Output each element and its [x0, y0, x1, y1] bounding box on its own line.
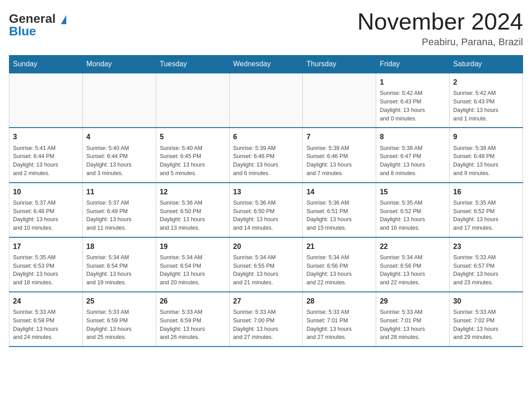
- day-header-thursday: Thursday: [303, 56, 376, 73]
- day-info: Sunrise: 5:33 AMSunset: 6:58 PMDaylight:…: [13, 308, 79, 342]
- calendar-cell: 9Sunrise: 5:38 AMSunset: 6:48 PMDaylight…: [450, 128, 523, 182]
- day-number: 28: [306, 296, 372, 306]
- day-info: Sunrise: 5:33 AMSunset: 6:59 PMDaylight:…: [86, 308, 152, 342]
- calendar-cell: 30Sunrise: 5:33 AMSunset: 7:02 PMDayligh…: [450, 292, 523, 347]
- calendar-cell: [9, 73, 83, 128]
- day-info: Sunrise: 5:35 AMSunset: 6:52 PMDaylight:…: [453, 199, 519, 232]
- day-info: Sunrise: 5:33 AMSunset: 7:00 PMDaylight:…: [233, 308, 299, 342]
- week-row-5: 24Sunrise: 5:33 AMSunset: 6:58 PMDayligh…: [9, 292, 523, 347]
- logo-general-text: General: [9, 13, 66, 25]
- calendar-cell: 28Sunrise: 5:33 AMSunset: 7:01 PMDayligh…: [303, 292, 376, 347]
- calendar-cell: 25Sunrise: 5:33 AMSunset: 6:59 PMDayligh…: [82, 292, 156, 347]
- calendar-cell: 27Sunrise: 5:33 AMSunset: 7:00 PMDayligh…: [229, 292, 303, 347]
- day-number: 5: [160, 132, 226, 142]
- title-area: November 2024 Peabiru, Parana, Brazil: [357, 9, 523, 48]
- day-number: 21: [306, 241, 372, 252]
- day-header-wednesday: Wednesday: [229, 56, 303, 73]
- day-info: Sunrise: 5:40 AMSunset: 6:45 PMDaylight:…: [160, 144, 226, 178]
- day-info: Sunrise: 5:33 AMSunset: 6:57 PMDaylight:…: [453, 253, 519, 287]
- day-header-saturday: Saturday: [450, 56, 523, 73]
- day-info: Sunrise: 5:38 AMSunset: 6:48 PMDaylight:…: [453, 144, 519, 178]
- calendar-cell: 20Sunrise: 5:34 AMSunset: 6:55 PMDayligh…: [229, 237, 303, 292]
- calendar-cell: 3Sunrise: 5:41 AMSunset: 6:44 PMDaylight…: [9, 128, 83, 182]
- day-info: Sunrise: 5:34 AMSunset: 6:54 PMDaylight:…: [160, 253, 226, 287]
- calendar-cell: 29Sunrise: 5:33 AMSunset: 7:01 PMDayligh…: [376, 292, 450, 347]
- day-number: 2: [453, 77, 519, 87]
- calendar-cell: 4Sunrise: 5:40 AMSunset: 6:44 PMDaylight…: [82, 128, 156, 182]
- day-number: 10: [13, 187, 79, 197]
- day-number: 3: [13, 132, 79, 142]
- calendar-table: SundayMondayTuesdayWednesdayThursdayFrid…: [9, 55, 523, 347]
- calendar-cell: 13Sunrise: 5:36 AMSunset: 6:50 PMDayligh…: [229, 183, 303, 237]
- day-number: 1: [380, 77, 446, 87]
- day-number: 29: [380, 296, 446, 306]
- calendar-cell: 24Sunrise: 5:33 AMSunset: 6:58 PMDayligh…: [9, 292, 83, 347]
- day-header-sunday: Sunday: [9, 56, 83, 73]
- day-number: 9: [453, 132, 519, 142]
- day-header-tuesday: Tuesday: [156, 56, 229, 73]
- day-info: Sunrise: 5:33 AMSunset: 6:59 PMDaylight:…: [160, 308, 226, 342]
- day-number: 30: [453, 296, 519, 306]
- day-number: 19: [160, 241, 226, 252]
- day-info: Sunrise: 5:34 AMSunset: 6:54 PMDaylight:…: [86, 253, 152, 287]
- day-info: Sunrise: 5:42 AMSunset: 6:43 PMDaylight:…: [380, 89, 446, 123]
- day-info: Sunrise: 5:34 AMSunset: 6:55 PMDaylight:…: [233, 253, 299, 287]
- day-info: Sunrise: 5:33 AMSunset: 7:02 PMDaylight:…: [453, 308, 519, 342]
- day-header-friday: Friday: [376, 56, 450, 73]
- calendar-cell: 14Sunrise: 5:36 AMSunset: 6:51 PMDayligh…: [303, 183, 376, 237]
- calendar-cell: 18Sunrise: 5:34 AMSunset: 6:54 PMDayligh…: [82, 237, 156, 292]
- calendar-cell: 23Sunrise: 5:33 AMSunset: 6:57 PMDayligh…: [450, 237, 523, 292]
- day-info: Sunrise: 5:35 AMSunset: 6:52 PMDaylight:…: [380, 199, 446, 232]
- day-number: 8: [380, 132, 446, 142]
- calendar-cell: [82, 73, 156, 128]
- day-number: 27: [233, 296, 299, 306]
- day-info: Sunrise: 5:33 AMSunset: 7:01 PMDaylight:…: [380, 308, 446, 342]
- day-number: 11: [86, 187, 152, 197]
- calendar-cell: 5Sunrise: 5:40 AMSunset: 6:45 PMDaylight…: [156, 128, 229, 182]
- day-info: Sunrise: 5:36 AMSunset: 6:50 PMDaylight:…: [160, 199, 226, 232]
- day-number: 23: [453, 241, 519, 252]
- day-info: Sunrise: 5:36 AMSunset: 6:50 PMDaylight:…: [233, 199, 299, 232]
- day-number: 15: [380, 187, 446, 197]
- day-info: Sunrise: 5:39 AMSunset: 6:46 PMDaylight:…: [306, 144, 372, 178]
- day-number: 4: [86, 132, 152, 142]
- day-number: 25: [86, 296, 152, 306]
- day-info: Sunrise: 5:33 AMSunset: 7:01 PMDaylight:…: [306, 308, 372, 342]
- day-info: Sunrise: 5:36 AMSunset: 6:51 PMDaylight:…: [306, 199, 372, 232]
- day-info: Sunrise: 5:34 AMSunset: 6:56 PMDaylight:…: [306, 253, 372, 287]
- week-row-2: 3Sunrise: 5:41 AMSunset: 6:44 PMDaylight…: [9, 128, 523, 182]
- day-number: 22: [380, 241, 446, 252]
- calendar-cell: 19Sunrise: 5:34 AMSunset: 6:54 PMDayligh…: [156, 237, 229, 292]
- days-header-row: SundayMondayTuesdayWednesdayThursdayFrid…: [9, 56, 523, 73]
- day-number: 20: [233, 241, 299, 252]
- day-number: 17: [13, 241, 79, 252]
- day-info: Sunrise: 5:34 AMSunset: 6:56 PMDaylight:…: [380, 253, 446, 287]
- day-number: 16: [453, 187, 519, 197]
- day-info: Sunrise: 5:41 AMSunset: 6:44 PMDaylight:…: [13, 144, 79, 178]
- page-header: General Blue November 2024 Peabiru, Para…: [9, 9, 523, 48]
- calendar-cell: 7Sunrise: 5:39 AMSunset: 6:46 PMDaylight…: [303, 128, 376, 182]
- calendar-cell: 8Sunrise: 5:38 AMSunset: 6:47 PMDaylight…: [376, 128, 450, 182]
- calendar-cell: 16Sunrise: 5:35 AMSunset: 6:52 PMDayligh…: [450, 183, 523, 237]
- calendar-cell: 21Sunrise: 5:34 AMSunset: 6:56 PMDayligh…: [303, 237, 376, 292]
- logo: General Blue: [9, 9, 66, 38]
- calendar-cell: [156, 73, 229, 128]
- day-info: Sunrise: 5:39 AMSunset: 6:46 PMDaylight:…: [233, 144, 299, 178]
- day-info: Sunrise: 5:42 AMSunset: 6:43 PMDaylight:…: [453, 89, 519, 123]
- calendar-title: November 2024: [357, 9, 523, 34]
- day-number: 26: [160, 296, 226, 306]
- week-row-1: 1Sunrise: 5:42 AMSunset: 6:43 PMDaylight…: [9, 73, 523, 128]
- calendar-cell: 2Sunrise: 5:42 AMSunset: 6:43 PMDaylight…: [450, 73, 523, 128]
- week-row-4: 17Sunrise: 5:35 AMSunset: 6:53 PMDayligh…: [9, 237, 523, 292]
- day-info: Sunrise: 5:37 AMSunset: 6:48 PMDaylight:…: [13, 199, 79, 232]
- calendar-cell: 6Sunrise: 5:39 AMSunset: 6:46 PMDaylight…: [229, 128, 303, 182]
- calendar-cell: 26Sunrise: 5:33 AMSunset: 6:59 PMDayligh…: [156, 292, 229, 347]
- calendar-cell: 11Sunrise: 5:37 AMSunset: 6:49 PMDayligh…: [82, 183, 156, 237]
- calendar-cell: 10Sunrise: 5:37 AMSunset: 6:48 PMDayligh…: [9, 183, 83, 237]
- calendar-cell: 12Sunrise: 5:36 AMSunset: 6:50 PMDayligh…: [156, 183, 229, 237]
- day-info: Sunrise: 5:37 AMSunset: 6:49 PMDaylight:…: [86, 199, 152, 232]
- day-number: 24: [13, 296, 79, 306]
- calendar-cell: 1Sunrise: 5:42 AMSunset: 6:43 PMDaylight…: [376, 73, 450, 128]
- calendar-subtitle: Peabiru, Parana, Brazil: [357, 36, 523, 48]
- day-number: 14: [306, 187, 372, 197]
